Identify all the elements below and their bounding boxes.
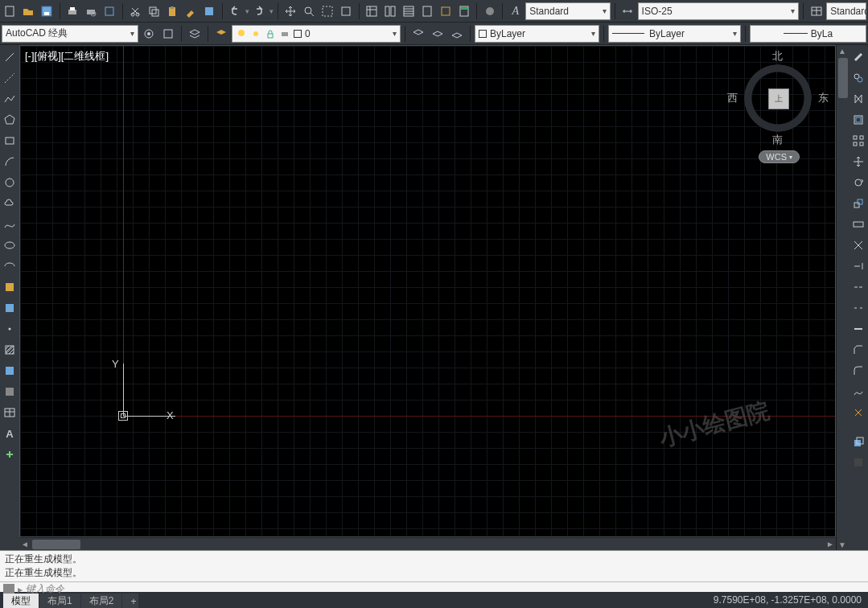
table-style-icon[interactable] — [808, 2, 825, 20]
insert-block-icon[interactable] — [1, 278, 19, 296]
layer-state-icon[interactable] — [212, 25, 230, 43]
zoom-extents-icon[interactable] — [338, 2, 355, 20]
open-icon[interactable] — [20, 2, 37, 20]
save-icon[interactable] — [39, 2, 56, 20]
trim-icon[interactable] — [849, 236, 867, 254]
make-block-icon[interactable] — [1, 299, 19, 317]
rotate-icon[interactable] — [849, 174, 867, 191]
chamfer-icon[interactable] — [849, 341, 867, 359]
line-icon[interactable] — [1, 48, 19, 66]
draworder-icon[interactable] — [849, 433, 867, 450]
match-props-icon[interactable] — [183, 2, 200, 20]
tab-layout1[interactable]: 布局1 — [39, 594, 80, 608]
gradient-icon[interactable] — [1, 362, 19, 380]
tab-model[interactable]: 模型 — [3, 594, 39, 608]
blend-icon[interactable] — [849, 383, 867, 401]
wipeout-icon[interactable] — [849, 454, 867, 471]
text-style-icon[interactable]: A — [507, 2, 524, 20]
hscroll-thumb[interactable] — [32, 540, 80, 549]
table-icon[interactable] — [1, 404, 19, 421]
vertical-scrollbar[interactable]: ▲ ▼ — [836, 45, 849, 550]
break-icon[interactable] — [849, 299, 867, 317]
undo-icon[interactable] — [227, 2, 244, 20]
markup-icon[interactable] — [437, 2, 454, 20]
zoom-window-icon[interactable] — [319, 2, 336, 20]
print-icon[interactable] — [64, 2, 81, 20]
publish-icon[interactable] — [101, 2, 118, 20]
array-icon[interactable] — [849, 132, 867, 150]
table-style-dropdown[interactable]: Standard — [826, 2, 866, 20]
erase-icon[interactable] — [849, 48, 867, 66]
linetype-dropdown[interactable]: ByLayer▾ — [608, 25, 741, 43]
circle-icon[interactable] — [1, 174, 19, 191]
view-label[interactable]: [-][俯视][二维线框] — [25, 49, 109, 64]
mtext-icon[interactable]: A — [1, 425, 19, 442]
layer-selector[interactable]: 0 ▾ — [232, 25, 401, 43]
viewcube-top[interactable]: 上 — [768, 88, 789, 109]
workspace-save-icon[interactable] — [159, 25, 177, 43]
ellipse-arc-icon[interactable] — [1, 257, 19, 275]
layers-2-icon[interactable] — [429, 25, 446, 43]
tab-add[interactable]: + — [122, 594, 138, 608]
vscroll-thumb[interactable] — [838, 58, 848, 98]
sheet-set-icon[interactable] — [418, 2, 435, 20]
move-icon[interactable] — [849, 153, 867, 170]
scroll-left-icon[interactable]: ◄ — [19, 540, 31, 549]
arc-icon[interactable] — [1, 153, 19, 170]
viewcube[interactable]: 上 北 南 东 西 — [742, 62, 814, 134]
region-icon[interactable] — [1, 383, 19, 401]
dim-style-icon[interactable] — [619, 2, 636, 20]
redo-icon[interactable] — [251, 2, 268, 20]
scroll-right-icon[interactable]: ► — [825, 540, 836, 549]
paste-icon[interactable] — [164, 2, 181, 20]
explode-icon[interactable] — [849, 404, 867, 421]
fillet-icon[interactable] — [849, 362, 867, 380]
block-icon[interactable] — [201, 2, 218, 20]
revision-cloud-icon[interactable] — [1, 195, 19, 212]
properties-icon[interactable] — [364, 2, 381, 20]
command-history[interactable]: 正在重生成模型。 正在重生成模型。 — [0, 551, 868, 581]
polygon-icon[interactable] — [1, 111, 19, 129]
tab-layout2[interactable]: 布局2 — [81, 594, 122, 608]
color-dropdown[interactable]: ByLayer▾ — [475, 25, 599, 43]
layers-1-icon[interactable] — [409, 25, 427, 43]
viewcube-south[interactable]: 南 — [772, 133, 783, 147]
lineweight-dropdown[interactable]: ByLa — [750, 25, 866, 43]
dim-style-dropdown[interactable]: ISO-25▾ — [638, 2, 800, 20]
print-preview-icon[interactable] — [83, 2, 100, 20]
add-selected-icon[interactable] — [1, 446, 19, 463]
new-icon[interactable] — [2, 2, 19, 20]
drawing-canvas[interactable]: [-][俯视][二维线框] Y X 小小绘图院 上 北 南 东 西 WCS▾ — [19, 45, 836, 537]
stretch-icon[interactable] — [849, 216, 867, 233]
viewcube-west[interactable]: 西 — [727, 91, 738, 105]
point-icon[interactable] — [1, 320, 19, 338]
join-icon[interactable] — [849, 320, 867, 338]
calc-icon[interactable] — [455, 2, 472, 20]
break-point-icon[interactable] — [849, 278, 867, 296]
wcs-button[interactable]: WCS▾ — [759, 150, 800, 163]
zoom-icon[interactable] — [301, 2, 318, 20]
extend-icon[interactable] — [849, 257, 867, 275]
design-center-icon[interactable] — [381, 2, 398, 20]
construction-line-icon[interactable] — [1, 69, 19, 87]
viewcube-east[interactable]: 东 — [818, 91, 829, 105]
ellipse-icon[interactable] — [1, 236, 19, 254]
copy-icon[interactable] — [146, 2, 162, 20]
render-icon[interactable] — [481, 2, 498, 20]
tool-palettes-icon[interactable] — [400, 2, 417, 20]
layer-icon[interactable] — [186, 25, 204, 43]
offset-icon[interactable] — [849, 111, 867, 129]
workspace-settings-icon[interactable] — [140, 25, 158, 43]
copy-obj-icon[interactable] — [849, 69, 867, 87]
text-style-dropdown[interactable]: Standard▾ — [525, 2, 610, 20]
pan-icon[interactable] — [282, 2, 299, 20]
viewcube-north[interactable]: 北 — [772, 49, 783, 64]
scroll-up-icon[interactable]: ▲ — [837, 45, 848, 56]
spline-icon[interactable] — [1, 216, 19, 233]
mirror-icon[interactable] — [849, 90, 867, 108]
layers-3-icon[interactable] — [448, 25, 466, 43]
polyline-icon[interactable] — [1, 90, 19, 108]
hatch-icon[interactable] — [1, 341, 19, 359]
cut-icon[interactable] — [127, 2, 144, 20]
scroll-down-icon[interactable]: ▼ — [837, 539, 848, 550]
